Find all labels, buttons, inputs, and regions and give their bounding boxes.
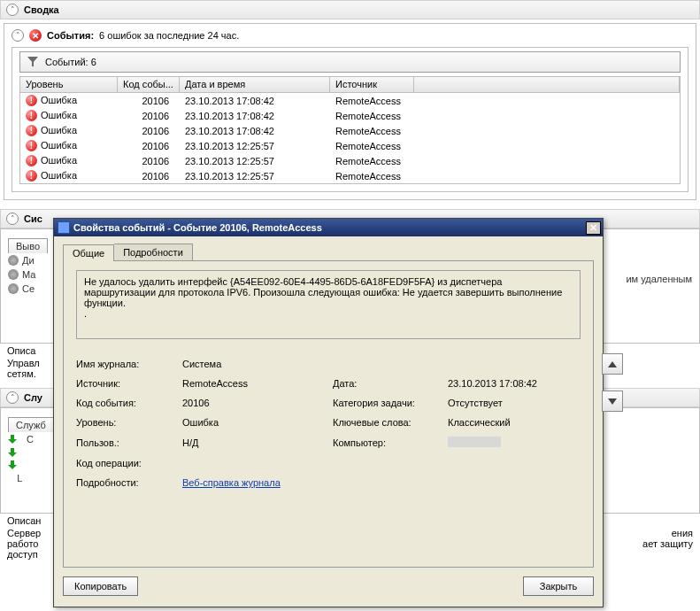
error-icon: ! bbox=[26, 140, 37, 151]
error-icon: ! bbox=[26, 170, 37, 182]
value-log-name: Система bbox=[182, 359, 333, 369]
dialog-title: Свойства событий - Событие 20106, Remote… bbox=[73, 222, 582, 233]
label-event-id: Код события: bbox=[76, 398, 182, 408]
bg-text: работо bbox=[7, 538, 38, 549]
col-spacer bbox=[414, 77, 680, 92]
table-row[interactable]: !Ошибка2010623.10.2013 12:25:57RemoteAcc… bbox=[20, 153, 680, 168]
value-user: Н/Д bbox=[182, 437, 333, 448]
funnel-icon[interactable] bbox=[27, 57, 38, 67]
error-icon: ✕ bbox=[29, 29, 42, 42]
table-row[interactable]: !Ошибка2010623.10.2013 17:08:42RemoteAcc… bbox=[20, 108, 680, 123]
label-log-name: Имя журнала: bbox=[76, 359, 182, 369]
label-level: Уровень: bbox=[76, 417, 182, 428]
label-keywords: Ключевые слова: bbox=[333, 417, 448, 428]
arrow-up-icon bbox=[608, 361, 617, 367]
value-computer bbox=[448, 437, 581, 449]
value-level: Ошибка bbox=[182, 417, 333, 428]
event-properties-dialog: Свойства событий - Событие 20106, Remote… bbox=[53, 218, 604, 607]
table-row[interactable]: !Ошибка2010623.10.2013 12:25:57RemoteAcc… bbox=[20, 138, 680, 153]
label-opcode: Код операции: bbox=[76, 458, 182, 468]
tab-general[interactable]: Общие bbox=[63, 244, 114, 261]
services-title: Слу bbox=[24, 392, 42, 403]
tab-panel-general: Не удалось удалить интерфейс {A54EE092-6… bbox=[63, 260, 594, 568]
gear-icon bbox=[8, 255, 19, 266]
label-date: Дата: bbox=[333, 378, 448, 389]
run-icon bbox=[8, 435, 17, 444]
help-link[interactable]: Веб-справка журнала bbox=[182, 477, 281, 488]
value-event-id: 20106 bbox=[182, 398, 333, 408]
value-source: RemoteAccess bbox=[182, 378, 333, 389]
bg-text: ает защиту bbox=[642, 538, 693, 549]
events-summary-text: 6 ошибок за последние 24 час. bbox=[99, 30, 239, 41]
error-icon: ! bbox=[26, 125, 37, 136]
col-date[interactable]: Дата и время bbox=[180, 77, 330, 92]
app-icon bbox=[58, 221, 70, 234]
close-button[interactable]: ✕ bbox=[586, 221, 601, 235]
bg-text: ения bbox=[672, 528, 693, 538]
close-dialog-button[interactable]: Закрыть bbox=[523, 576, 594, 596]
label-source: Источник: bbox=[76, 378, 182, 389]
filter-bar: Событий: 6 bbox=[19, 51, 681, 73]
next-event-button[interactable] bbox=[602, 391, 623, 412]
gear-icon bbox=[8, 283, 19, 294]
table-row[interactable]: !Ошибка2010623.10.2013 17:08:42RemoteAcc… bbox=[20, 93, 680, 108]
bg-text: Сервер bbox=[7, 528, 41, 538]
value-task-category: Отсутствует bbox=[448, 398, 581, 408]
collapse-icon[interactable]: ˄ bbox=[6, 391, 19, 404]
col-code[interactable]: Код собы... bbox=[118, 77, 180, 92]
collapse-icon[interactable]: ˄ bbox=[6, 213, 19, 225]
label-task-category: Категория задачи: bbox=[333, 398, 448, 408]
value-keywords: Классический bbox=[448, 417, 581, 428]
bg-text: им удаленным bbox=[626, 274, 692, 284]
summary-title: Сводка bbox=[24, 4, 59, 15]
summary-header: ˄ Сводка bbox=[0, 0, 700, 19]
collapse-icon[interactable]: ˄ bbox=[12, 29, 24, 42]
copy-button[interactable]: Копировать bbox=[63, 576, 138, 596]
system-title: Сис bbox=[24, 213, 42, 224]
value-date: 23.10.2013 17:08:42 bbox=[448, 378, 581, 389]
tab-strip: Общие Подробности bbox=[54, 236, 603, 260]
previous-event-button[interactable] bbox=[602, 353, 623, 375]
error-icon: ! bbox=[26, 95, 37, 106]
run-icon bbox=[8, 460, 17, 469]
properties-grid: Имя журнала: Система Источник: RemoteAcc… bbox=[76, 359, 581, 488]
arrow-down-icon bbox=[608, 398, 617, 405]
dialog-titlebar[interactable]: Свойства событий - Событие 20106, Remote… bbox=[54, 219, 603, 236]
error-icon: ! bbox=[26, 155, 37, 166]
gear-icon bbox=[8, 269, 19, 280]
services-tab[interactable]: Служб bbox=[8, 417, 54, 432]
col-source[interactable]: Источник bbox=[330, 77, 414, 92]
events-label: События: bbox=[47, 30, 94, 41]
label-user: Пользов.: bbox=[76, 437, 182, 448]
label-moreinfo: Подробности: bbox=[76, 477, 182, 488]
events-summary-row: ˄ ✕ События: 6 ошибок за последние 24 ча… bbox=[4, 24, 696, 45]
run-icon bbox=[8, 448, 17, 457]
tab-details[interactable]: Подробности bbox=[114, 244, 193, 260]
table-header: Уровень Код собы... Дата и время Источни… bbox=[20, 77, 680, 93]
event-description: Не удалось удалить интерфейс {A54EE092-6… bbox=[76, 270, 581, 339]
events-table: Уровень Код собы... Дата и время Источни… bbox=[19, 76, 681, 184]
filter-count: Событий: 6 bbox=[45, 57, 96, 67]
table-row[interactable]: !Ошибка2010623.10.2013 12:25:57RemoteAcc… bbox=[20, 168, 680, 183]
output-tab[interactable]: Выво bbox=[8, 238, 48, 253]
table-row[interactable]: !Ошибка2010623.10.2013 17:08:42RemoteAcc… bbox=[20, 123, 680, 138]
error-icon: ! bbox=[26, 110, 37, 121]
collapse-icon[interactable]: ˄ bbox=[6, 4, 19, 16]
label-computer: Компьютер: bbox=[333, 437, 448, 448]
col-level[interactable]: Уровень bbox=[20, 77, 118, 92]
